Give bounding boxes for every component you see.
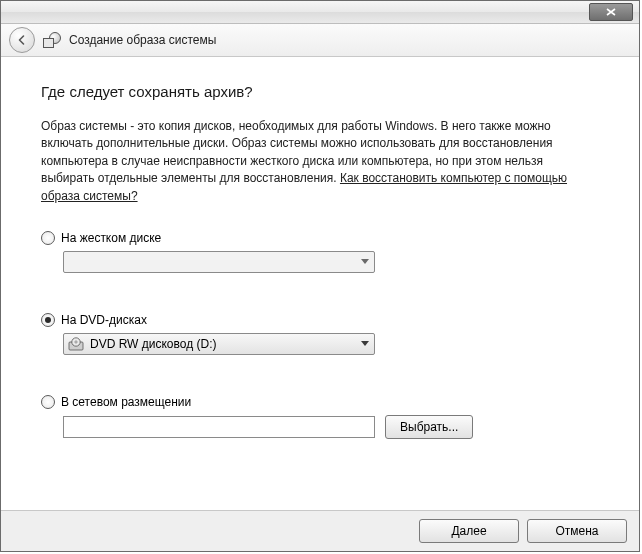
radio-label-dvd: На DVD-дисках (61, 313, 147, 327)
cancel-button[interactable]: Отмена (527, 519, 627, 543)
radio-network[interactable] (41, 395, 55, 409)
radio-row-network[interactable]: В сетевом размещении (41, 395, 599, 409)
wizard-window: Создание образа системы Где следует сохр… (0, 0, 640, 552)
back-arrow-icon (16, 34, 28, 46)
dvd-combo-value: DVD RW дисковод (D:) (88, 337, 355, 351)
option-dvd: На DVD-дисках DVD RW дисковод (D:) (41, 313, 599, 355)
radio-hard-disk[interactable] (41, 231, 55, 245)
header-title: Создание образа системы (69, 33, 216, 47)
description-text: Образ системы - это копия дисков, необхо… (41, 118, 596, 205)
dvd-drive-icon (68, 336, 84, 352)
option-hard-disk: На жестком диске (41, 231, 599, 273)
header-bar: Создание образа системы (1, 24, 639, 57)
titlebar (1, 1, 639, 24)
radio-label-hard-disk: На жестком диске (61, 231, 161, 245)
footer: Далее Отмена (1, 510, 639, 551)
hard-disk-combo[interactable] (63, 251, 375, 273)
window-close-button[interactable] (589, 3, 633, 21)
option-network: В сетевом размещении Выбрать... (41, 395, 599, 439)
radio-label-network: В сетевом размещении (61, 395, 191, 409)
back-button[interactable] (9, 27, 35, 53)
next-button[interactable]: Далее (419, 519, 519, 543)
network-path-row: Выбрать... (41, 415, 599, 439)
chevron-down-icon (355, 252, 374, 272)
system-image-icon (43, 32, 61, 48)
radio-dvd[interactable] (41, 313, 55, 327)
chevron-down-icon (355, 334, 374, 354)
network-path-input[interactable] (63, 416, 375, 438)
page-heading: Где следует сохранять архив? (41, 83, 599, 100)
browse-button[interactable]: Выбрать... (385, 415, 473, 439)
close-icon (606, 8, 616, 16)
radio-row-dvd[interactable]: На DVD-дисках (41, 313, 599, 327)
dvd-combo[interactable]: DVD RW дисковод (D:) (63, 333, 375, 355)
radio-row-hard-disk[interactable]: На жестком диске (41, 231, 599, 245)
svg-point-2 (75, 341, 77, 343)
content-area: Где следует сохранять архив? Образ систе… (1, 57, 639, 439)
